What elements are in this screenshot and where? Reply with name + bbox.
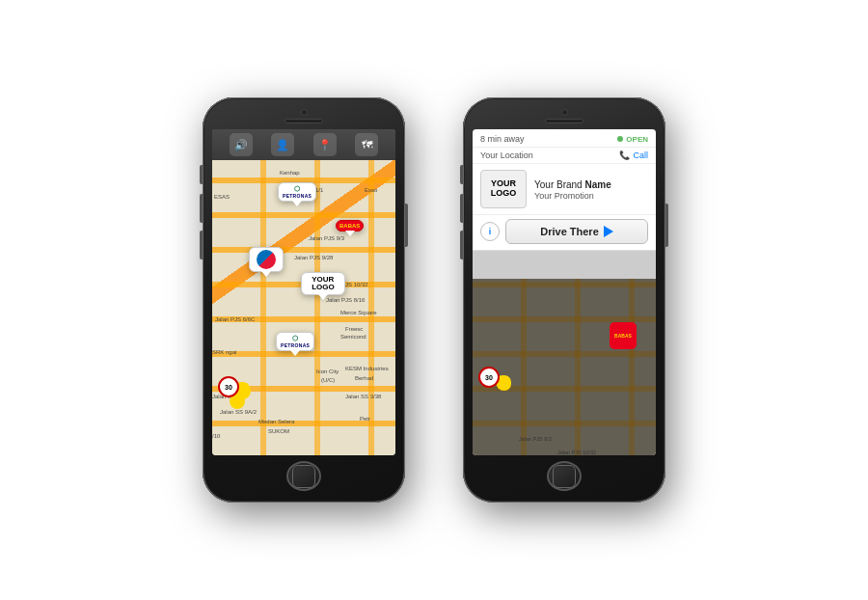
petronas-name-bottom: PETRONAS [281, 342, 310, 348]
your-logo-text: YOURLOGO [312, 276, 335, 291]
home-button-2[interactable] [547, 461, 582, 491]
info-top-row: 8 min away OPEN [473, 129, 656, 148]
brand-details: Your Brand Name Your Promotion [534, 178, 648, 201]
brand-name-bold: Name [584, 179, 610, 190]
call-icon: 📞 [619, 150, 630, 160]
map-background [212, 160, 395, 455]
petronas-pin-top[interactable]: ⬡ PETRONAS [278, 182, 316, 202]
drive-there-label: Drive There [540, 226, 599, 237]
phones-container: MY MAXIS ▲ 12:06 PM ➤ 🔊 👤 📍 🗺 [203, 97, 665, 503]
logo-box-text: YOURLOGO [491, 179, 517, 199]
dimmed-overlay [473, 279, 656, 455]
camera-icon-2 [561, 109, 568, 116]
drive-row: i Drive There [473, 214, 656, 250]
toolbar-user-btn[interactable]: 👤 [271, 133, 294, 156]
location-label: Your Location [480, 150, 533, 160]
petronas-pin-bottom[interactable]: ⬡ PETRONAS [276, 332, 314, 351]
drive-arrow-icon [604, 226, 613, 237]
petronas-name-top: PETRONAS [283, 193, 312, 199]
info-mid-row: Your Location 📞 Call [473, 148, 656, 164]
speaker-2 [545, 119, 583, 123]
toolbar-pin-btn[interactable]: 📍 [313, 133, 337, 156]
brand-name-line: Your Brand Name [534, 178, 648, 191]
phone-map: MY MAXIS ▲ 12:06 PM ➤ 🔊 👤 📍 🗺 [203, 97, 405, 503]
toolbar-sound-btn[interactable]: 🔊 [230, 133, 253, 156]
phone-popup: MY MAXIS ▲ 12:06 PM ➤ 8 min away [463, 97, 665, 503]
open-text: OPEN [626, 135, 648, 144]
call-button[interactable]: 📞 Call [619, 150, 648, 160]
camera-icon [301, 109, 308, 116]
info-symbol: i [489, 227, 492, 236]
open-status: OPEN [617, 135, 648, 144]
open-dot [617, 136, 623, 142]
info-card: 8 min away OPEN Your Location 📞 Call [473, 129, 656, 251]
brand-name-part1: Your Brand [534, 179, 584, 190]
phone2-screen: MY MAXIS ▲ 12:06 PM ➤ 8 min away [473, 129, 656, 455]
babas-text-2: BABAS [614, 333, 632, 339]
info-circle-btn[interactable]: i [480, 222, 500, 241]
phone1-screen: MY MAXIS ▲ 12:06 PM ➤ 🔊 👤 📍 🗺 [212, 129, 395, 455]
petronas-logo-bottom: ⬡ [292, 335, 298, 342]
speaker [285, 119, 323, 123]
logo-box: YOURLOGO [480, 170, 527, 208]
home-button[interactable] [286, 461, 321, 491]
brand-main-row: YOURLOGO Your Brand Name Your Promotion [473, 164, 656, 214]
babas-logo: BABAS [339, 223, 360, 229]
drive-there-button[interactable]: Drive There [505, 219, 648, 244]
toolbar-map-btn[interactable]: 🗺 [355, 133, 378, 156]
your-logo-pin[interactable]: YOURLOGO [301, 272, 345, 295]
distance-label: 8 min away [480, 134, 525, 144]
petronas-logo-top: ⬡ [294, 185, 300, 193]
phone2-top [473, 109, 656, 125]
call-label: Call [633, 150, 648, 160]
speed-limit-sign: 30 [218, 376, 239, 397]
phone-top [212, 109, 395, 125]
dominos-logo [257, 250, 276, 269]
speed-limit-sign-2: 30 [478, 367, 500, 388]
dominos-pin[interactable] [249, 247, 284, 272]
babas-pin[interactable]: BABAS [336, 220, 364, 232]
brand-promotion: Your Promotion [534, 191, 648, 201]
babas-pin-2: BABAS [610, 322, 637, 349]
map-toolbar[interactable]: 🔊 👤 📍 🗺 [212, 129, 395, 160]
